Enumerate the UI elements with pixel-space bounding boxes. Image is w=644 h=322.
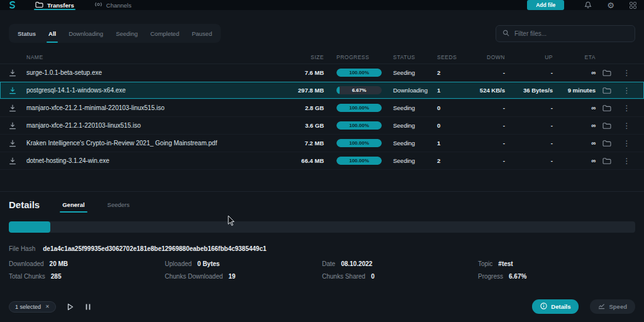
open-folder-button[interactable]: [596, 104, 618, 112]
filter-files-input[interactable]: [514, 30, 628, 37]
status-label: Status: [18, 24, 36, 43]
torrent-size: 7.2 MB: [267, 140, 324, 147]
apps-grid-icon[interactable]: [630, 2, 636, 9]
progress-bar: 100.00%: [336, 139, 382, 147]
progress-cell: 100.00%: [324, 69, 393, 77]
speed-toggle-button[interactable]: Speed: [590, 299, 635, 314]
open-folder-button[interactable]: [596, 157, 618, 165]
tab-channels-label: Channels: [106, 2, 131, 9]
row-menu-button[interactable]: ⋮: [618, 87, 635, 94]
torrent-status: Seeding: [393, 157, 437, 164]
row-menu-button[interactable]: ⋮: [618, 69, 635, 77]
torrent-seeds: 2: [437, 157, 469, 164]
col-eta: ETA: [553, 54, 596, 60]
torrent-down-speed: 524 KB/s: [469, 87, 505, 94]
status-filter-tabs: Status All Downloading Seeding Completed…: [9, 24, 221, 43]
torrent-up-speed: -: [505, 69, 553, 76]
torrent-size: 66.4 MB: [267, 157, 324, 164]
torrent-size: 2.8 GB: [267, 104, 324, 111]
filter-tab-paused[interactable]: Paused: [192, 24, 212, 43]
open-folder-button[interactable]: [596, 122, 618, 130]
torrent-seeds: 0: [437, 104, 469, 111]
torrent-down-speed: -: [469, 104, 505, 111]
clear-selection-icon[interactable]: ✕: [45, 304, 50, 309]
torrent-up-speed: -: [505, 140, 553, 147]
torrent-down-speed: -: [469, 157, 505, 164]
transfer-icon: [9, 122, 26, 130]
action-bar: 1 selected ✕ Details Speed: [0, 299, 644, 322]
open-folder-button[interactable]: [596, 87, 618, 94]
torrent-eta: ∞: [553, 140, 596, 147]
table-row[interactable]: postgresql-14.1-1-windows-x64.exe 297.8 …: [0, 82, 644, 99]
tab-transfers[interactable]: Transfers: [34, 0, 75, 10]
torrent-up-speed: 36 Bytes/s: [505, 87, 553, 94]
field-uploaded: Uploaded0 Bytes: [165, 260, 322, 267]
details-toggle-button[interactable]: Details: [532, 299, 579, 314]
details-fields: Downloaded20 MB Uploaded0 Bytes Date08.1…: [9, 260, 635, 280]
filter-files-search: [496, 25, 635, 42]
open-folder-button[interactable]: [596, 69, 618, 77]
tab-channels[interactable]: Channels: [93, 0, 133, 10]
torrent-seeds: 2: [437, 69, 469, 76]
col-size: SIZE: [267, 54, 324, 60]
torrent-up-speed: -: [505, 104, 553, 111]
tab-transfers-label: Transfers: [47, 2, 74, 9]
table-header: NAME SIZE PROGRESS STATUS SEEDS DOWN UP …: [0, 50, 644, 64]
pause-button[interactable]: [85, 303, 91, 311]
torrent-status: Downloading: [393, 87, 437, 94]
transfer-icon: [9, 140, 26, 147]
table-row[interactable]: dotnet-hosting-3.1.24-win.exe 66.4 MB 10…: [0, 152, 644, 170]
transfer-icon: [9, 157, 26, 165]
add-file-button[interactable]: Add file: [527, 0, 564, 10]
gear-icon[interactable]: ⚙: [607, 1, 614, 9]
main-nav: Transfers Channels: [34, 0, 133, 10]
speed-chart-icon: [598, 303, 605, 311]
torrent-status: Seeding: [393, 122, 437, 129]
progress-cell: 100.00%: [324, 104, 393, 112]
search-icon: [502, 30, 509, 38]
filter-tab-completed[interactable]: Completed: [150, 24, 179, 43]
details-panel: Details General Seeders File Hash de1a4c…: [0, 191, 644, 280]
field-chunks-shared: Chunks Shared0: [322, 273, 478, 280]
field-date: Date08.10.2022: [322, 260, 478, 267]
torrent-size: 3.6 GB: [267, 122, 324, 129]
torrent-eta: ∞: [553, 157, 596, 164]
progress-bar: 100.00%: [336, 69, 382, 77]
col-down: DOWN: [469, 54, 505, 60]
row-menu-button[interactable]: ⋮: [618, 140, 635, 147]
progress-bar: 100.00%: [336, 121, 382, 130]
field-progress: Progress6.67%: [478, 273, 635, 280]
table-row[interactable]: surge-1.0.1-beta-setup.exe 7.6 MB 100.00…: [0, 64, 644, 82]
open-folder-button[interactable]: [596, 140, 618, 147]
app-logo-icon[interactable]: [8, 1, 16, 9]
torrent-down-speed: -: [469, 69, 505, 76]
bell-icon[interactable]: [584, 1, 592, 9]
row-menu-button[interactable]: ⋮: [618, 104, 635, 112]
progress-bar: 100.00%: [336, 104, 382, 112]
progress-cell: 100.00%: [324, 121, 393, 130]
filter-tab-downloading[interactable]: Downloading: [69, 24, 103, 43]
progress-cell: 100.00%: [324, 157, 393, 165]
col-status: STATUS: [393, 54, 437, 60]
folder-icon: [35, 1, 43, 9]
resume-button[interactable]: [67, 303, 74, 311]
torrent-eta: ∞: [553, 69, 596, 76]
torrent-eta: 9 minutes: [553, 87, 596, 94]
row-menu-button[interactable]: ⋮: [618, 122, 635, 130]
table-row[interactable]: manjaro-xfce-21.2.1-minimal-220103-linux…: [0, 99, 644, 117]
table-row[interactable]: manjaro-xfce-21.2.1-220103-linux515.iso …: [0, 117, 644, 135]
filter-tab-seeding[interactable]: Seeding: [116, 24, 138, 43]
details-tab-seeders[interactable]: Seeders: [108, 201, 130, 213]
details-tab-general[interactable]: General: [62, 201, 84, 213]
pause-icon: [85, 303, 91, 311]
file-hash-row: File Hash de1a4c1aa25f99935ed3062702e181…: [9, 245, 635, 252]
selection-chip-label: 1 selected: [15, 304, 41, 310]
transfer-icon: [9, 87, 26, 94]
table-row[interactable]: Kraken Intelligence's Crypto-in-Review 2…: [0, 135, 644, 152]
filter-tab-all[interactable]: All: [48, 24, 56, 43]
field-total-chunks: Total Chunks285: [9, 273, 165, 280]
col-seeds: SEEDS: [437, 54, 469, 60]
progress-bar: 6.67%: [336, 86, 382, 94]
row-menu-button[interactable]: ⋮: [618, 157, 635, 165]
selection-chip[interactable]: 1 selected ✕: [9, 301, 56, 313]
